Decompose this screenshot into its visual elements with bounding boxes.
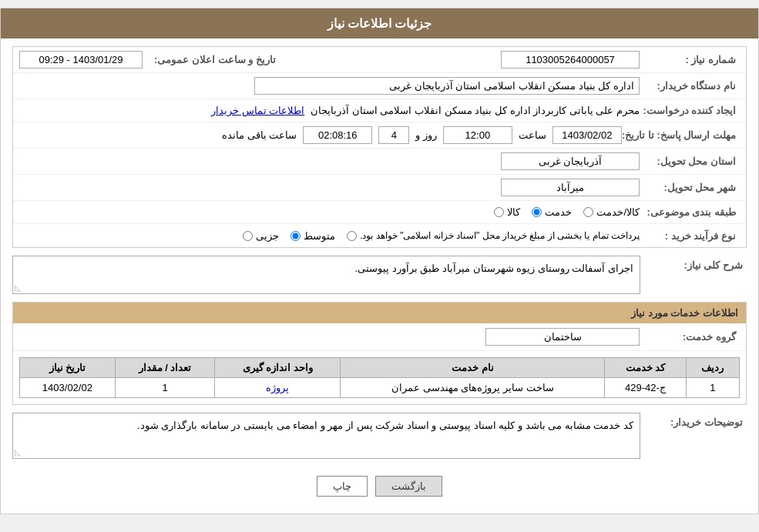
purchase-full-pay-radio[interactable] [347,231,357,241]
category-kala-label: کالا [507,206,520,218]
page-title: جزئیات اطلاعات نیاز [1,8,758,38]
creator-value: محرم علی یاباتی کاربرداز اداره کل بنیاد … [311,105,640,116]
print-button[interactable]: چاپ [317,476,368,497]
contact-link[interactable]: اطلاعات تماس خریدار [211,105,304,116]
category-kala-radio[interactable] [494,207,504,217]
description-label: شرح کلی نیاز: [646,256,747,271]
category-khidmat-label: خدمت [545,206,572,218]
col-row-num: ردیف [686,358,739,378]
col-service-code: کد خدمت [605,358,686,378]
services-table: ردیف کد خدمت نام خدمت واحد اندازه گیری ت… [19,357,740,398]
deadline-date: 1403/02/02 [552,126,622,144]
need-number-label: شماره نیاز : [640,54,740,65]
category-kala-khidmat-label: کالا/خدمت [596,206,640,218]
buyer-notes-label: توضیحات خریدار: [646,413,747,428]
category-kala[interactable]: کالا [494,206,520,218]
buttons-row: بازگشت چاپ [12,467,747,506]
city-label: شهر محل تحویل: [640,182,740,193]
buyer-value: اداره کل بنیاد مسکن انقلاب اسلامی استان … [254,77,640,95]
buyer-notes-content: کد خدمت مشابه می باشد و کلیه اسناد پیوست… [137,420,633,431]
col-date: تاریخ نیاز [20,358,116,378]
purchase-small-radio[interactable] [243,231,253,241]
category-khidmat-radio[interactable] [532,207,542,217]
city-value: میرآباد [501,179,640,196]
cell-row-num: 1 [686,378,739,398]
creator-label: ایجاد کننده درخواست: [640,105,740,116]
description-content: اجرای آسفالت روستای زیوه شهرستان میرآباد… [354,263,633,274]
deadline-remaining: 02:08:16 [303,126,372,144]
col-service-name: نام خدمت [341,358,605,378]
deadline-time: 12:00 [443,126,512,144]
services-section-title: اطلاعات خدمات مورد نیاز [13,303,746,323]
category-label: طبقه بندی موضوعی: [640,206,740,218]
deadline-label: مهلت ارسال پاسخ: تا تاریخ: [622,129,740,141]
purchase-full-pay[interactable]: پرداخت تمام یا بخشی از مبلغ خریداز محل "… [347,230,640,241]
announce-value: 1403/01/29 - 09:29 [19,51,143,69]
cell-service-name: ساخت سایر پروژه‌های مهندسی عمران [341,378,605,398]
purchase-small[interactable]: جزیی [243,230,279,242]
service-group-label: گروه خدمت: [640,331,740,343]
cell-quantity: 1 [115,378,214,398]
need-number-value: 1103005264000057 [501,51,640,69]
table-row: 1 ج-42-429 ساخت سایر پروژه‌های مهندسی عم… [20,378,740,398]
cell-service-code: ج-42-429 [605,378,686,398]
col-unit: واحد اندازه گیری [215,358,341,378]
deadline-days: 4 [378,126,409,144]
col-quantity: تعداد / مقدار [115,358,214,378]
purchase-full-pay-label: پرداخت تمام یا بخشی از مبلغ خریداز محل "… [360,230,640,241]
province-value: آذربایجان غربی [501,152,640,170]
purchase-medium-label: متوسط [304,230,335,242]
service-group-value: ساختمان [485,328,640,346]
category-kala-khidmat-radio[interactable] [583,207,593,217]
deadline-days-label: روز و [415,129,437,141]
province-label: استان محل تحویل: [640,156,740,167]
announce-label: تاریخ و ساعت اعلان عمومی: [154,54,276,65]
cell-date: 1403/02/02 [20,378,116,398]
purchase-small-label: جزیی [256,230,279,242]
buyer-label: نام دستگاه خریدار: [640,80,740,92]
cell-unit: پروژه [215,378,341,398]
back-button[interactable]: بازگشت [375,476,442,497]
deadline-remaining-label: ساعت باقی مانده [222,129,297,141]
deadline-time-label: ساعت [519,129,546,141]
purchase-label: نوع فرآیند خرید : [640,230,740,242]
purchase-medium[interactable]: متوسط [291,230,335,242]
purchase-medium-radio[interactable] [291,231,301,241]
category-khidmat[interactable]: خدمت [532,206,572,218]
category-kala-khidmat[interactable]: کالا/خدمت [583,206,640,218]
